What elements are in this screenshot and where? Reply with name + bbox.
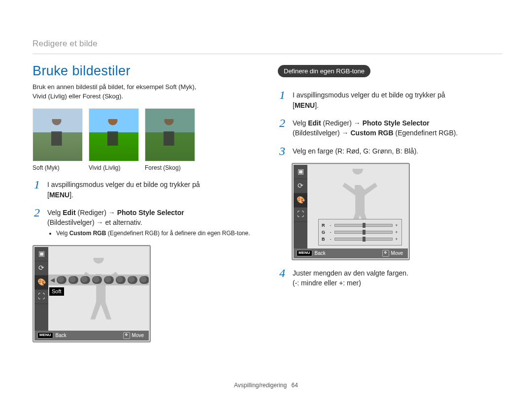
- step-number: 4: [278, 267, 287, 288]
- nav-icon: ✥: [123, 332, 130, 339]
- step-text-part: (Rediger) →: [321, 119, 363, 127]
- step-3-right: 3 Velg en farge (R: Rød, G: Grønn, B: Bl…: [278, 145, 502, 157]
- lcd-footer: MENU Back ✥ Move: [294, 248, 408, 258]
- intro-text: Bruk en annen bildestil på bildet, for e…: [33, 83, 257, 101]
- step-text: I avspillingsmodus velger du et bilde og…: [293, 89, 445, 110]
- thumb-caption: Soft (Myk): [33, 164, 82, 172]
- page-footer: Avspilling/redigering 64: [0, 381, 532, 389]
- step-text: Juster mengden av den valgte fargen. (-:…: [293, 267, 408, 288]
- step-text: Velg Edit (Rediger) → Photo Style Select…: [47, 207, 250, 239]
- back-label: Back: [315, 250, 326, 257]
- style-swatch: [80, 276, 90, 284]
- breadcrumb: Redigere et bilde: [33, 38, 502, 50]
- menu-button-label: MENU: [295, 101, 315, 109]
- rgb-r-label: R: [322, 222, 327, 228]
- bold-edit: Edit: [308, 119, 321, 127]
- nav-icon: ✥: [382, 250, 389, 257]
- slider-track: [334, 231, 393, 234]
- back-label: Back: [56, 332, 66, 339]
- lcd-sidebar: ▣ ⟳ 🎨 ⛶: [34, 247, 48, 340]
- step-number: 3: [278, 145, 287, 157]
- step-2-left: 2 Velg Edit (Rediger) → Photo Style Sele…: [33, 207, 257, 239]
- section-pill: Definere din egen RGB-tone: [278, 65, 370, 78]
- step-text: Velg Edit (Rediger) → Photo Style Select…: [293, 117, 458, 138]
- slider-track: [334, 238, 393, 241]
- rgb-row-g: G - +: [322, 229, 399, 235]
- menu-chip: MENU: [37, 332, 53, 339]
- style-swatch: [128, 276, 137, 284]
- step-1-left: 1 I avspillingsmodus velger du et bilde …: [33, 179, 257, 200]
- intro-line-1: Bruk en annen bildestil på bildet, for e…: [33, 83, 196, 91]
- resize-icon: ▣: [34, 247, 48, 261]
- step-number: 2: [278, 117, 287, 138]
- footer-section: Avspilling/redigering: [234, 382, 287, 389]
- style-swatch: [139, 276, 149, 284]
- style-label: Soft: [49, 287, 64, 296]
- rgb-row-b: B - +: [322, 236, 399, 242]
- plus-label: +: [395, 229, 399, 235]
- intro-line-2: Vivid (Livlig) eller Forest (Skog).: [33, 93, 123, 100]
- step-text-part: (Egendefinert RGB).: [394, 129, 458, 137]
- thumb-soft: Soft (Myk): [33, 108, 82, 172]
- step-1-right: 1 I avspillingsmodus velger du et bilde …: [278, 89, 502, 110]
- style-swatch: [68, 276, 78, 284]
- step-2-right: 2 Velg Edit (Rediger) → Photo Style Sele…: [278, 117, 502, 138]
- menu-chip: MENU: [297, 250, 312, 256]
- plus-label: +: [395, 236, 399, 242]
- silhouette-figure: [69, 258, 128, 322]
- palette-icon: 🎨: [294, 193, 307, 208]
- lcd-footer: MENU Back ✥ Move: [34, 331, 149, 340]
- footer-page-number: 64: [292, 382, 298, 389]
- step-text-part: (Bildestilvelger) →: [293, 129, 350, 137]
- step-tail: .: [317, 101, 319, 109]
- minus-label: -: [329, 229, 332, 235]
- minus-label: -: [329, 236, 332, 242]
- slider-knob: [363, 230, 366, 235]
- menu-button-label: MENU: [49, 191, 69, 199]
- step-text-part: (Bildestilvelger) → et alternativ.: [47, 218, 142, 226]
- minus-label: -: [329, 222, 332, 228]
- lcd-sidebar: ▣ ⟳ 🎨 ⛶: [294, 165, 307, 258]
- step-text-part: (-: mindre eller +: mer): [293, 279, 361, 287]
- step-text-part: Juster mengden av den valgte fargen.: [293, 269, 408, 277]
- step-number: 2: [33, 207, 41, 239]
- thumb-image-forest: [145, 108, 195, 161]
- move-label: Move: [132, 332, 144, 339]
- page-title: Bruke bildestiler: [33, 62, 257, 80]
- style-swatch: [116, 276, 126, 284]
- style-bar: ◀ ▶: [48, 275, 149, 285]
- move-label: Move: [391, 250, 403, 257]
- thumb-vivid: Vivid (Livlig): [89, 108, 138, 172]
- thumb-image-vivid: [89, 108, 139, 161]
- slider-track: [334, 224, 393, 227]
- step-text-part: I avspillingsmodus velger du et bilde og…: [293, 91, 445, 99]
- style-swatch: [104, 276, 114, 284]
- step-tail: .: [71, 191, 73, 199]
- bold-custom-rgb: Custom RGB: [69, 230, 106, 237]
- lcd-styles: ▣ ⟳ 🎨 ⛶ ◀: [33, 245, 151, 342]
- step-text-part: Velg: [293, 119, 308, 127]
- thumb-caption: Vivid (Livlig): [89, 164, 138, 172]
- plus-label: +: [395, 222, 399, 228]
- bold-photo-style: Photo Style Selector: [117, 209, 184, 216]
- step-text: Velg en farge (R: Rød, G: Grønn, B: Blå)…: [293, 145, 418, 157]
- bold-edit: Edit: [63, 209, 75, 216]
- thumb-image-soft: [33, 108, 83, 161]
- rotate-icon: ⟳: [34, 261, 48, 276]
- adjust-icon: ⛶: [34, 290, 48, 304]
- rgb-b-label: B: [322, 236, 327, 242]
- palette-icon: 🎨: [34, 276, 48, 290]
- step-text: I avspillingsmodus velger du et bilde og…: [47, 179, 200, 200]
- style-swatch: [92, 276, 102, 284]
- bold-photo-style: Photo Style Selector: [363, 119, 430, 127]
- thumb-forest: Forest (Skog): [145, 108, 194, 172]
- lcd-rgb: ▣ ⟳ 🎨 ⛶ R - +: [292, 163, 410, 260]
- step-4-right: 4 Juster mengden av den valgte fargen. (…: [278, 267, 502, 288]
- slider-knob: [363, 223, 366, 228]
- adjust-icon: ⛶: [294, 208, 307, 222]
- step-bullet: Velg Custom RGB (Egendefinert RGB) for å…: [56, 229, 250, 238]
- bold-custom-rgb: Custom RGB: [350, 129, 393, 137]
- slider-knob: [363, 237, 366, 242]
- style-swatch: [57, 276, 66, 284]
- rotate-icon: ⟳: [294, 179, 307, 193]
